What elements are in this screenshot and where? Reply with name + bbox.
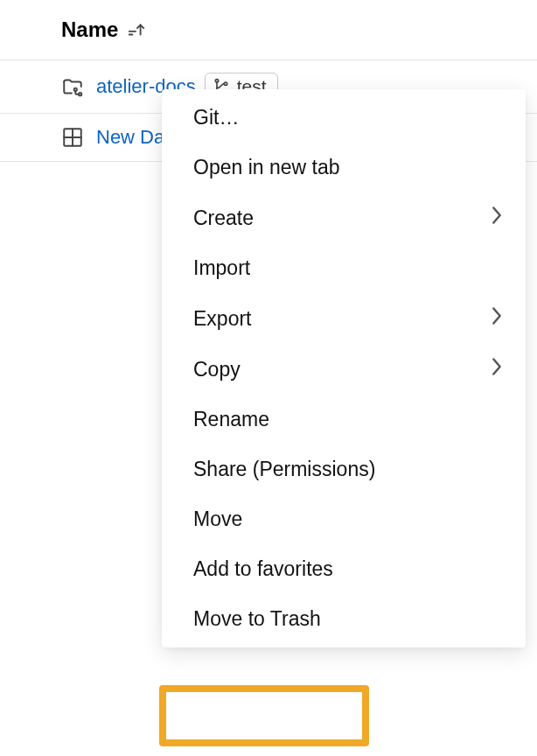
menu-item-label: Copy [193,358,241,382]
menu-item-create[interactable]: Create [162,192,526,243]
menu-item-label: Rename [193,408,269,431]
menu-item-label: Import [193,256,250,280]
menu-item-move-to-trash[interactable]: Move to Trash [162,594,526,644]
menu-item-add-favorites[interactable]: Add to favorites [162,544,526,594]
git-folder-icon [61,75,84,98]
chevron-right-icon [491,357,503,382]
context-menu: Git… Open in new tab Create Import Expor… [162,89,526,648]
menu-item-label: Move [193,508,242,531]
menu-item-label: Open in new tab [193,156,340,179]
menu-item-share[interactable]: Share (Permissions) [162,444,526,494]
column-header-row: Name [0,0,537,60]
menu-item-label: Share (Permissions) [193,458,375,481]
menu-item-copy[interactable]: Copy [162,344,526,395]
menu-item-open-new-tab[interactable]: Open in new tab [162,143,526,192]
menu-item-label: Add to favorites [193,557,333,581]
menu-item-git[interactable]: Git… [162,93,526,143]
menu-item-label: Git… [193,106,239,130]
menu-item-rename[interactable]: Rename [162,395,526,444]
dashboard-icon [61,126,84,149]
menu-item-move[interactable]: Move [162,494,526,544]
menu-item-label: Export [193,307,251,331]
menu-item-export[interactable]: Export [162,293,526,344]
column-header-name[interactable]: Name [61,18,118,42]
chevron-right-icon [491,306,503,331]
menu-item-label: Create [193,206,254,230]
menu-item-label: Move to Trash [193,607,321,631]
file-name-link[interactable]: New Da [96,126,164,149]
highlight-annotation [159,685,369,746]
menu-item-import[interactable]: Import [162,243,526,293]
sort-icon[interactable] [127,20,146,39]
chevron-right-icon [491,206,503,230]
